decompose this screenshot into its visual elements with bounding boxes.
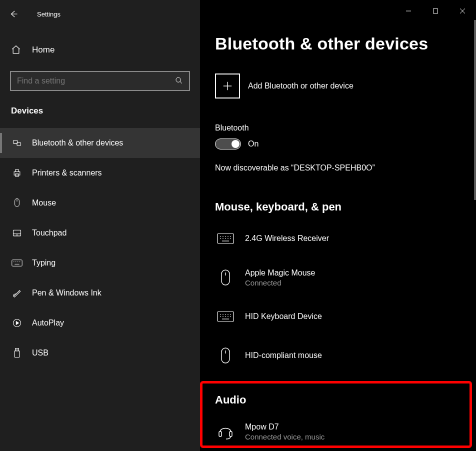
headset-icon bbox=[215, 423, 236, 440]
scrollbar[interactable] bbox=[474, 20, 476, 200]
back-button[interactable] bbox=[9, 10, 25, 18]
svg-rect-40 bbox=[222, 270, 230, 285]
svg-rect-11 bbox=[12, 260, 22, 266]
sidebar-item-mouse[interactable]: Mouse bbox=[0, 188, 200, 218]
device-mpow-d7[interactable]: Mpow D7 Connected voice, music bbox=[215, 418, 461, 446]
mouse-icon bbox=[215, 347, 236, 364]
minimize-button[interactable] bbox=[395, 3, 422, 19]
close-button[interactable] bbox=[449, 3, 476, 19]
sidebar-item-label: Typing bbox=[32, 258, 56, 268]
printer-icon bbox=[11, 168, 23, 178]
sidebar-item-label: Pen & Windows Ink bbox=[32, 288, 102, 298]
discoverable-text: Now discoverable as “DESKTOP-SPEHB0O” bbox=[215, 164, 461, 172]
device-name: HID-compliant mouse bbox=[245, 351, 322, 360]
device-name: 2.4G Wireless Receiver bbox=[245, 234, 329, 243]
search-icon bbox=[175, 76, 183, 86]
svg-rect-56 bbox=[219, 432, 222, 436]
add-device-button[interactable]: Add Bluetooth or other device bbox=[215, 74, 461, 98]
usb-icon bbox=[11, 348, 23, 358]
device-name: Mpow D7 bbox=[245, 422, 324, 432]
device-hid-mouse[interactable]: HID-compliant mouse bbox=[215, 342, 461, 370]
sidebar-nav: Bluetooth & other devices Printers & sca… bbox=[0, 128, 200, 368]
plus-icon bbox=[215, 74, 240, 98]
device-hid-keyboard[interactable]: HID Keyboard Device bbox=[215, 302, 461, 330]
bluetooth-toggle[interactable] bbox=[215, 138, 241, 150]
bluetooth-toggle-row: On bbox=[215, 138, 461, 150]
svg-rect-23 bbox=[434, 9, 438, 14]
sidebar-item-autoplay[interactable]: AutoPlay bbox=[0, 308, 200, 338]
add-device-label: Add Bluetooth or other device bbox=[248, 82, 354, 90]
sidebar: Settings Home Devices Bluetooth & other … bbox=[0, 0, 200, 451]
sidebar-item-label: Printers & scanners bbox=[32, 168, 102, 178]
sidebar-item-pen[interactable]: Pen & Windows Ink bbox=[0, 278, 200, 308]
home-label: Home bbox=[32, 45, 54, 55]
keyboard-icon bbox=[215, 233, 236, 244]
sidebar-header: Settings bbox=[0, 0, 200, 23]
autoplay-icon bbox=[11, 318, 23, 328]
group-title-input-devices: Mouse, keyboard, & pen bbox=[215, 200, 461, 214]
svg-rect-18 bbox=[16, 348, 19, 351]
sidebar-item-bluetooth[interactable]: Bluetooth & other devices bbox=[0, 128, 200, 158]
svg-point-0 bbox=[176, 78, 180, 82]
page-title: Bluetooth & other devices bbox=[215, 34, 461, 54]
sidebar-item-label: USB bbox=[32, 348, 48, 358]
keyboard-icon bbox=[11, 259, 23, 267]
pen-icon bbox=[11, 288, 23, 298]
device-name: Apple Magic Mouse bbox=[245, 268, 316, 278]
bluetooth-state: On bbox=[248, 140, 258, 148]
svg-rect-57 bbox=[230, 432, 232, 436]
window-title: Settings bbox=[37, 10, 60, 18]
svg-rect-4 bbox=[16, 170, 19, 172]
svg-rect-19 bbox=[14, 351, 20, 358]
home-button[interactable]: Home bbox=[0, 39, 200, 61]
svg-rect-54 bbox=[222, 348, 230, 363]
device-name: HID Keyboard Device bbox=[245, 312, 322, 321]
sidebar-item-label: Bluetooth & other devices bbox=[32, 138, 123, 148]
home-icon bbox=[11, 44, 21, 56]
main-panel: Bluetooth & other devices Add Bluetooth … bbox=[200, 0, 476, 451]
sidebar-item-usb[interactable]: USB bbox=[0, 338, 200, 368]
mouse-icon bbox=[11, 198, 23, 208]
mouse-icon bbox=[215, 269, 236, 286]
sidebar-section-label: Devices bbox=[0, 91, 200, 122]
main-content: Bluetooth & other devices Add Bluetooth … bbox=[200, 20, 476, 446]
search-input[interactable] bbox=[17, 76, 175, 86]
device-wireless-receiver[interactable]: 2.4G Wireless Receiver bbox=[215, 224, 461, 252]
device-magic-mouse[interactable]: Apple Magic Mouse Connected bbox=[215, 264, 461, 292]
toggle-knob bbox=[232, 140, 240, 148]
device-status: Connected bbox=[245, 278, 316, 287]
sidebar-item-printers[interactable]: Printers & scanners bbox=[0, 158, 200, 188]
keyboard-icon bbox=[215, 311, 236, 322]
sidebar-item-touchpad[interactable]: Touchpad bbox=[0, 218, 200, 248]
sidebar-item-label: AutoPlay bbox=[32, 318, 64, 328]
sidebar-item-typing[interactable]: Typing bbox=[0, 248, 200, 278]
bluetooth-label: Bluetooth bbox=[215, 124, 461, 132]
search-input-wrapper[interactable] bbox=[10, 71, 190, 91]
sidebar-item-label: Touchpad bbox=[32, 228, 66, 238]
group-title-audio: Audio bbox=[215, 394, 461, 406]
svg-rect-3 bbox=[14, 172, 20, 176]
touchpad-icon bbox=[11, 228, 23, 238]
search-container bbox=[10, 71, 190, 91]
window-controls bbox=[200, 0, 476, 20]
device-status: Connected voice, music bbox=[245, 432, 324, 441]
maximize-button[interactable] bbox=[422, 3, 449, 19]
sidebar-item-label: Mouse bbox=[32, 198, 56, 208]
bluetooth-devices-icon bbox=[11, 138, 23, 148]
